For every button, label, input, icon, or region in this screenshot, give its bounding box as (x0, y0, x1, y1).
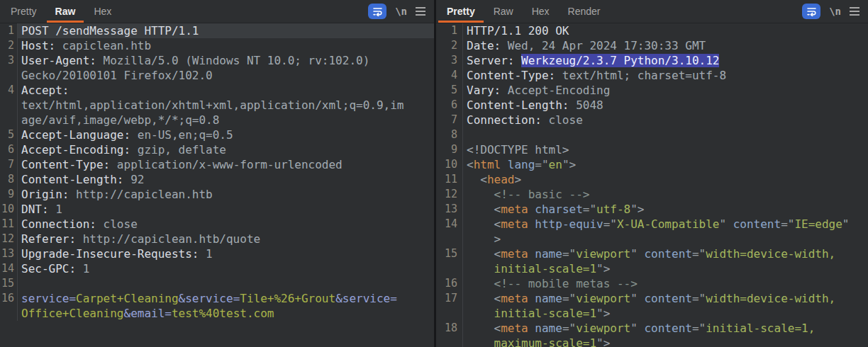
code-line[interactable]: 12Referer: http://capiclean.htb/quote (0, 232, 434, 246)
code-line[interactable]: Office+Cleaning&email=test%40test.com (0, 306, 434, 321)
tab-hex[interactable]: Hex (523, 0, 559, 23)
token-tg: meta (501, 217, 528, 231)
code-line[interactable]: 11 <head> (436, 172, 868, 187)
wrap-lines-button[interactable] (368, 4, 386, 19)
token-v: gzip, deflate (130, 143, 226, 157)
code-line[interactable]: 10<html lang="en"> (436, 157, 868, 172)
code-text: HTTP/1.1 200 OK (463, 23, 868, 38)
show-newlines-button[interactable]: \n (395, 6, 407, 17)
token-n: Vary: (467, 84, 501, 97)
code-line[interactable]: 12 <!-- basic --> (436, 187, 868, 202)
code-line[interactable]: initial-scale=1"> (436, 261, 868, 276)
token-v (467, 247, 494, 261)
menu-icon (416, 7, 425, 8)
code-line[interactable]: 3Server: Werkzeug/2.3.7 Python/3.10.12 (436, 53, 868, 68)
line-number: 14 (436, 217, 463, 232)
editor-menu-button[interactable] (850, 7, 859, 16)
code-line[interactable]: 5Accept-Language: en-US,en;q=0.5 (0, 127, 434, 142)
code-text: Content-Type: application/x-www-form-url… (18, 157, 434, 172)
code-line[interactable]: 7Connection: close (436, 113, 868, 127)
request-editor[interactable]: 1POST /sendMessage HTTP/1.12Host: capicl… (0, 23, 434, 347)
code-line[interactable]: 2Host: capiclean.htb (0, 38, 434, 53)
code-line[interactable]: 4Accept: (0, 83, 434, 98)
token-q: > (494, 232, 501, 246)
code-line[interactable]: 15 (0, 276, 434, 291)
code-line[interactable]: 4Content-Type: text/html; charset=utf-8 (436, 68, 868, 83)
code-line[interactable]: 14Sec-GPC: 1 (0, 261, 434, 276)
code-line[interactable]: Gecko/20100101 Firefox/102.0 (0, 68, 434, 83)
token-v (528, 203, 535, 216)
token-n: Accept-Encoding: (21, 143, 130, 157)
line-number (0, 113, 18, 127)
code-line[interactable]: maximum-scale=1"> (436, 336, 868, 347)
tab-pretty[interactable]: Pretty (1, 0, 46, 23)
line-number: 8 (0, 172, 18, 187)
wrap-lines-button[interactable] (802, 4, 820, 19)
show-newlines-button[interactable]: \n (829, 6, 841, 17)
code-text: Content-Length: 92 (18, 172, 434, 187)
line-number (0, 98, 18, 113)
line-number: 2 (436, 38, 463, 53)
code-text: maximum-scale=1"> (463, 336, 868, 347)
code-line[interactable]: text/html,application/xhtml+xml,applicat… (0, 98, 434, 113)
token-st: X-UA-Compatible (617, 217, 720, 231)
code-line[interactable]: 15 <meta name="viewport" content="width=… (436, 246, 868, 261)
code-line[interactable]: 9Origin: http://capiclean.htb (0, 187, 434, 202)
wrap-lines-icon (372, 6, 383, 16)
code-line[interactable]: 13Upgrade-Insecure-Requests: 1 (0, 246, 434, 261)
code-line[interactable]: 2Date: Wed, 24 Apr 2024 17:30:33 GMT (436, 38, 868, 53)
code-line[interactable]: 3User-Agent: Mozilla/5.0 (Windows NT 10.… (0, 53, 434, 68)
code-line[interactable]: 18 <meta name="viewport" content="initia… (436, 321, 868, 336)
token-at: http-equiv (535, 217, 603, 231)
code-line[interactable]: 16service=Carpet+Cleaning&service=Tile+%… (0, 291, 434, 306)
code-line[interactable]: 7Content-Type: application/x-www-form-ur… (0, 157, 434, 172)
code-line[interactable]: 16 <!-- mobile metas --> (436, 276, 868, 291)
token-v (467, 307, 494, 320)
token-pn: &service= (179, 292, 240, 305)
tab-raw[interactable]: Raw (484, 0, 523, 23)
line-number: 9 (436, 142, 463, 157)
code-line[interactable]: 10DNT: 1 (0, 202, 434, 217)
line-number: 10 (436, 157, 463, 172)
code-line[interactable]: 17 <meta name="viewport" content="width=… (436, 291, 868, 306)
code-line[interactable]: initial-scale=1"> (436, 306, 868, 321)
token-tg: head (487, 173, 515, 186)
token-q: =" (583, 203, 596, 216)
tab-hex[interactable]: Hex (84, 0, 121, 23)
code-line[interactable]: 8Content-Length: 92 (0, 172, 434, 187)
line-number: 15 (0, 276, 18, 291)
code-line[interactable]: 13 <meta charset="utf-8"> (436, 202, 868, 217)
code-text: User-Agent: Mozilla/5.0 (Windows NT 10.0… (18, 53, 434, 68)
code-line[interactable]: 14 <meta http-equiv="X-UA-Compatible" co… (436, 217, 868, 232)
code-line[interactable]: age/avif,image/webp,*/*;q=0.8 (0, 113, 434, 127)
code-text: <meta name="viewport" content="initial-s… (463, 321, 868, 336)
code-line[interactable]: 6Accept-Encoding: gzip, deflate (0, 142, 434, 157)
code-line[interactable]: 1HTTP/1.1 200 OK (436, 23, 868, 38)
code-line[interactable]: 9<!DOCTYPE html> (436, 142, 868, 157)
code-line[interactable]: 8 (436, 127, 868, 142)
tab-pretty[interactable]: Pretty (438, 0, 484, 23)
code-line[interactable]: 5Vary: Accept-Encoding (436, 83, 868, 98)
response-editor[interactable]: 1HTTP/1.1 200 OK2Date: Wed, 24 Apr 2024 … (436, 23, 868, 347)
token-st: maximum-scale=1 (494, 336, 597, 347)
line-number (436, 336, 463, 347)
code-line[interactable]: > (436, 232, 868, 246)
token-v: application/x-www-form-urlencoded (110, 158, 343, 171)
tab-render[interactable]: Render (559, 0, 610, 23)
code-text: Sec-GPC: 1 (18, 261, 434, 276)
token-v: en-US,en;q=0.5 (130, 128, 233, 142)
token-q: =" (535, 158, 548, 171)
line-number: 16 (436, 276, 463, 291)
code-line[interactable]: 6Content-Length: 5048 (436, 98, 868, 113)
code-line[interactable]: 11Connection: close (0, 217, 434, 232)
token-at: content (733, 217, 781, 231)
code-line[interactable]: 1POST /sendMessage HTTP/1.1 (0, 23, 434, 38)
token-at: content (644, 247, 691, 261)
token-at: lang (508, 158, 535, 171)
code-text: DNT: 1 (18, 202, 434, 217)
token-c: <!-- mobile metas --> (494, 277, 638, 290)
token-q: < (494, 322, 501, 335)
editor-menu-button[interactable] (416, 7, 425, 16)
code-text: Upgrade-Insecure-Requests: 1 (18, 246, 434, 261)
tab-raw[interactable]: Raw (46, 0, 85, 23)
